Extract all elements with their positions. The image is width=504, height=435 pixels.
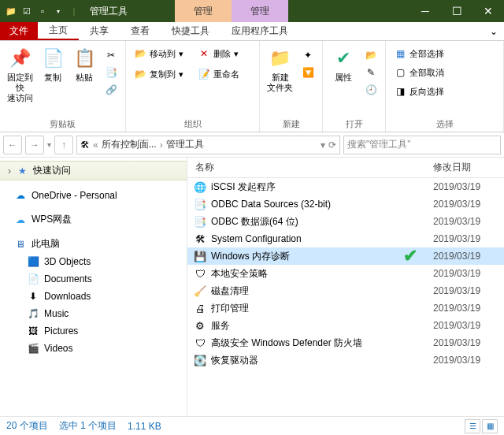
addr-dropdown-icon[interactable]: ▾ bbox=[321, 139, 325, 151]
file-row[interactable]: ⚙服务2019/03/19 bbox=[187, 317, 504, 334]
history-icon: 🕘 bbox=[365, 84, 377, 96]
up-button[interactable]: ↑ bbox=[54, 136, 73, 154]
folder-icon: 🎬 bbox=[27, 342, 39, 355]
invert-selection-button[interactable]: ◨反向选择 bbox=[391, 84, 447, 99]
group-open-label: 打开 bbox=[328, 117, 380, 130]
easy-access-button[interactable]: 🔽 bbox=[298, 65, 317, 80]
view-thumb-button[interactable]: ▦ bbox=[482, 419, 498, 433]
delete-button[interactable]: ✕删除 ▾ bbox=[195, 46, 243, 61]
pin-icon: 📌 bbox=[8, 46, 33, 71]
sidebar-onedrive[interactable]: ☁OneDrive - Personal bbox=[0, 187, 187, 204]
cloud-icon: ☁ bbox=[14, 189, 27, 202]
ribbon-collapse-button[interactable]: ⌄ bbox=[484, 22, 504, 40]
file-icon: 🧹 bbox=[194, 284, 206, 297]
pin-button[interactable]: 📌固定到快 速访问 bbox=[5, 44, 35, 106]
copyto-icon: 📂 bbox=[134, 68, 146, 80]
file-row[interactable]: 🌐iSCSI 发起程序2019/03/19 bbox=[187, 178, 504, 195]
tab-app[interactable]: 应用程序工具 bbox=[220, 22, 299, 40]
cut-small-button[interactable]: ✂ bbox=[102, 47, 120, 63]
folder-icon: 🖼 bbox=[27, 325, 39, 337]
new-folder-button[interactable]: 📁新建 文件夹 bbox=[265, 44, 295, 95]
folder-icon: ⬇ bbox=[27, 290, 39, 303]
sidebar-item-pictures[interactable]: 🖼Pictures bbox=[0, 322, 187, 340]
history-small-button[interactable]: 🕘 bbox=[361, 82, 380, 98]
file-row[interactable]: 🛡高级安全 Windows Defender 防火墙2019/03/19 bbox=[187, 334, 504, 351]
forward-button[interactable]: → bbox=[25, 136, 44, 154]
address-bar[interactable]: 🛠 « 所有控制面... › 管理工具 ▾ ⟳ bbox=[76, 136, 340, 154]
paste-button[interactable]: 📋粘贴 bbox=[70, 44, 98, 84]
file-row[interactable]: 🧹磁盘清理2019/03/19 bbox=[187, 282, 504, 299]
tab-file[interactable]: 文件 bbox=[0, 22, 38, 40]
breadcrumb-1[interactable]: 所有控制面... bbox=[102, 138, 157, 151]
file-icon: ⚙ bbox=[194, 319, 206, 332]
sidebar-quick-access[interactable]: ›★快速访问 bbox=[0, 161, 187, 180]
search-input[interactable]: 搜索"管理工具" bbox=[343, 136, 501, 154]
recent-locations-icon[interactable]: ▾ bbox=[47, 140, 51, 149]
file-row[interactable]: 📑ODBC 数据源(64 位)2019/03/19 bbox=[187, 213, 504, 230]
tab-share[interactable]: 共享 bbox=[79, 22, 120, 40]
maximize-button[interactable]: ☐ bbox=[441, 0, 472, 22]
rename-button[interactable]: 📝重命名 bbox=[195, 66, 243, 82]
qat-dropdown-icon[interactable]: ▾ bbox=[52, 5, 65, 17]
divider: | bbox=[68, 5, 80, 17]
paste-icon: 📋 bbox=[72, 46, 97, 71]
status-bar: 20 个项目 选中 1 个项目 1.11 KB ☰ ▦ bbox=[0, 416, 504, 435]
context-tab-manage-1[interactable]: 管理 bbox=[175, 0, 232, 22]
properties-icon: ✔ bbox=[331, 46, 356, 71]
folder-icon: 📁 bbox=[5, 5, 17, 17]
sidebar-item-downloads[interactable]: ⬇Downloads bbox=[0, 288, 187, 305]
invert-icon: ◨ bbox=[394, 85, 406, 98]
breadcrumb-2[interactable]: 管理工具 bbox=[166, 138, 204, 151]
file-list-pane: 名称 修改日期 🌐iSCSI 发起程序2019/03/19📑ODBC Data … bbox=[187, 158, 504, 416]
tab-shortcut[interactable]: 快捷工具 bbox=[161, 22, 220, 40]
view-details-button[interactable]: ☰ bbox=[465, 419, 480, 433]
sidebar-item-videos[interactable]: 🎬Videos bbox=[0, 340, 187, 357]
edit-icon: ✎ bbox=[365, 66, 377, 79]
copy-icon: 📄 bbox=[40, 46, 65, 71]
selectnone-icon: ▢ bbox=[394, 66, 406, 79]
select-all-button[interactable]: ▦全部选择 bbox=[391, 46, 447, 61]
select-none-button[interactable]: ▢全部取消 bbox=[391, 65, 447, 80]
sidebar-item-3d-objects[interactable]: 🟦3D Objects bbox=[0, 253, 187, 270]
tab-view[interactable]: 查看 bbox=[120, 22, 161, 40]
sidebar-wps[interactable]: ☁WPS网盘 bbox=[0, 210, 187, 229]
file-icon: 🛡 bbox=[194, 336, 206, 349]
new-item-button[interactable]: ✦ bbox=[298, 47, 317, 63]
tab-home[interactable]: 主页 bbox=[38, 22, 79, 40]
column-name[interactable]: 名称 bbox=[187, 161, 433, 174]
file-row[interactable]: 📑ODBC Data Sources (32-bit)2019/03/19 bbox=[187, 195, 504, 213]
sidebar-thispc[interactable]: 🖥此电脑 bbox=[0, 235, 187, 253]
back-button[interactable]: ← bbox=[3, 136, 22, 154]
copy-button[interactable]: 📄复制 bbox=[39, 44, 67, 84]
minimize-button[interactable]: ─ bbox=[410, 0, 441, 22]
close-button[interactable]: ✕ bbox=[472, 0, 504, 22]
file-row[interactable]: 🛠System Configuration2019/03/19 bbox=[187, 230, 504, 247]
sidebar-item-music[interactable]: 🎵Music bbox=[0, 305, 187, 322]
location-icon: 🛠 bbox=[80, 139, 90, 151]
context-tab-manage-2[interactable]: 管理 bbox=[232, 0, 288, 22]
refresh-icon[interactable]: ⟳ bbox=[328, 139, 336, 151]
properties-button[interactable]: ✔属性 bbox=[328, 44, 358, 84]
checkbox-icon[interactable]: ☑ bbox=[20, 5, 33, 17]
edit-small-button[interactable]: ✎ bbox=[361, 65, 380, 80]
file-row[interactable]: 💽恢复驱动器2019/03/19 bbox=[187, 351, 504, 369]
file-icon: 🖨 bbox=[194, 302, 206, 314]
selectall-icon: ▦ bbox=[394, 47, 406, 60]
column-date[interactable]: 修改日期 bbox=[433, 161, 504, 174]
file-icon: 🌐 bbox=[194, 180, 206, 193]
doc-icon[interactable]: ▫ bbox=[36, 5, 49, 17]
status-selected: 选中 1 个项目 bbox=[59, 419, 117, 433]
move-to-button[interactable]: 📂移动到 ▾ bbox=[131, 46, 187, 61]
new-folder-icon: 📁 bbox=[268, 46, 293, 71]
file-row[interactable]: 🖨打印管理2019/03/19 bbox=[187, 299, 504, 317]
file-row[interactable]: 🛡本地安全策略2019/03/19 bbox=[187, 265, 504, 282]
copypath-small-button[interactable]: 📑 bbox=[102, 65, 120, 80]
sidebar-item-documents[interactable]: 📄Documents bbox=[0, 270, 187, 288]
paste-shortcut-button[interactable]: 🔗 bbox=[102, 82, 120, 98]
file-row[interactable]: 💾Windows 内存诊断2019/03/19 bbox=[187, 247, 504, 265]
copy-to-button[interactable]: 📂复制到 ▾ bbox=[131, 66, 187, 82]
open-small-button[interactable]: 📂 bbox=[361, 47, 380, 63]
open-icon: 📂 bbox=[365, 49, 377, 61]
file-icon: 📑 bbox=[194, 198, 206, 210]
status-size: 1.11 KB bbox=[128, 421, 161, 432]
